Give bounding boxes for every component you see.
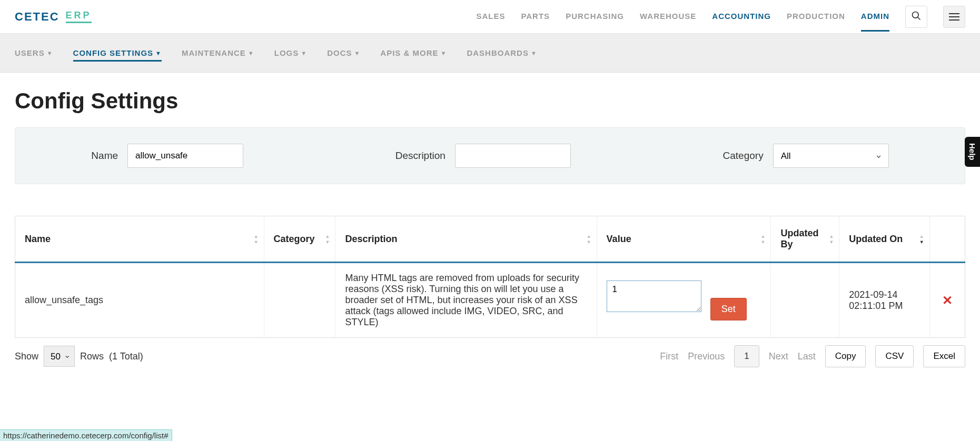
hamburger-icon (949, 13, 959, 21)
cell-category (264, 263, 335, 338)
total-text: (1 Total) (109, 351, 143, 362)
th-actions (929, 216, 965, 263)
chevron-down-icon: ▼ (531, 50, 537, 56)
subnav-label: DOCS (327, 48, 352, 57)
cell-description: Many HTML tags are removed from uploads … (335, 263, 597, 338)
th-updated-on[interactable]: Updated On ▲▼ (839, 216, 929, 263)
rows-label: Rows (80, 351, 104, 362)
sort-icon: ▲▼ (919, 234, 924, 245)
page-title: Config Settings (15, 88, 965, 114)
filter-group-category: Category All (723, 144, 889, 168)
th-description[interactable]: Description ▲▼ (335, 216, 597, 263)
th-name[interactable]: Name ▲▼ (15, 216, 264, 263)
subnav-maintenance[interactable]: MAINTENANCE▼ (182, 44, 254, 62)
pager-last[interactable]: Last (798, 351, 816, 362)
subnav-label: CONFIG SETTINGS (73, 48, 154, 57)
chevron-down-icon: ▼ (155, 50, 162, 56)
subnav-docs[interactable]: DOCS▼ (327, 44, 360, 62)
subnav-label: APIS & MORE (380, 48, 438, 57)
pager-first[interactable]: First (660, 351, 678, 362)
th-category[interactable]: Category ▲▼ (264, 216, 335, 263)
subnav-logs[interactable]: LOGS▼ (274, 44, 307, 62)
pager-next[interactable]: Next (769, 351, 788, 362)
pager-current-page[interactable]: 1 (734, 345, 759, 367)
cell-value: Set (597, 263, 771, 338)
chevron-down-icon: ▼ (441, 50, 447, 56)
table-row: allow_unsafe_tags Many HTML tags are rem… (15, 263, 965, 338)
chevron-down-icon: ▼ (248, 50, 254, 56)
pager-row: Show 50 Rows (1 Total) First Previous 1 … (15, 345, 965, 367)
topbar: CETEC ERP SALES PARTS PURCHASING WAREHOU… (0, 0, 980, 34)
subnav-label: USERS (15, 48, 45, 57)
chevron-down-icon: ▼ (301, 50, 307, 56)
show-label: Show (15, 351, 38, 362)
chevron-down-icon: ▼ (354, 50, 360, 56)
sort-icon: ▲▼ (760, 234, 765, 245)
cell-updated-by (771, 263, 839, 338)
cell-name: allow_unsafe_tags (15, 263, 264, 338)
topnav-links: SALES PARTS PURCHASING WAREHOUSE ACCOUNT… (476, 2, 889, 32)
filter-panel: Name Description Category All (15, 127, 965, 184)
th-value[interactable]: Value ▲▼ (597, 216, 771, 263)
topnav-warehouse[interactable]: WAREHOUSE (640, 2, 696, 32)
filter-description-label: Description (395, 150, 446, 162)
pager-left: Show 50 Rows (1 Total) (15, 346, 143, 367)
subnav-label: LOGS (274, 48, 299, 57)
set-button[interactable]: Set (710, 298, 747, 320)
help-tab[interactable]: Help (965, 137, 980, 167)
svg-line-1 (918, 17, 920, 19)
subnav: USERS▼ CONFIG SETTINGS▼ MAINTENANCE▼ LOG… (0, 34, 980, 73)
sort-icon: ▲▼ (587, 234, 591, 245)
pager-previous[interactable]: Previous (688, 351, 725, 362)
csv-button[interactable]: CSV (875, 345, 914, 367)
chevron-down-icon: ▼ (47, 50, 53, 56)
filter-category-select[interactable]: All (773, 144, 889, 168)
topnav-purchasing[interactable]: PURCHASING (566, 2, 624, 32)
excel-button[interactable]: Excel (923, 345, 965, 367)
config-table: Name ▲▼ Category ▲▼ Description ▲▼ Value… (15, 216, 965, 338)
topnav-sales[interactable]: SALES (476, 2, 505, 32)
logo[interactable]: CETEC ERP (15, 10, 92, 24)
topnav-production[interactable]: PRODUCTION (787, 2, 845, 32)
pager-right: First Previous 1 Next Last Copy CSV Exce… (660, 345, 965, 367)
topnav-admin[interactable]: ADMIN (861, 2, 889, 32)
svg-point-0 (913, 12, 919, 18)
delete-icon[interactable]: ✕ (942, 293, 953, 307)
topnav-right: SALES PARTS PURCHASING WAREHOUSE ACCOUNT… (476, 2, 965, 32)
search-icon (911, 11, 922, 23)
sort-icon: ▲▼ (829, 234, 834, 245)
filter-group-description: Description (395, 144, 571, 168)
filter-description-input[interactable] (455, 144, 571, 168)
logo-text-erp: ERP (66, 10, 92, 23)
filter-name-label: Name (91, 150, 118, 162)
th-updated-by[interactable]: Updated By ▲▼ (771, 216, 839, 263)
logo-text-cetec: CETEC (15, 10, 60, 24)
sort-icon: ▲▼ (325, 234, 330, 245)
topnav-parts[interactable]: PARTS (521, 2, 550, 32)
topnav-accounting[interactable]: ACCOUNTING (712, 2, 771, 32)
subnav-label: MAINTENANCE (182, 48, 246, 57)
filter-category-label: Category (723, 150, 764, 162)
subnav-dashboards[interactable]: DASHBOARDS▼ (467, 44, 537, 62)
filter-name-input[interactable] (127, 144, 243, 168)
cell-updated-on: 2021-09-14 02:11:01 PM (839, 263, 929, 338)
value-input[interactable] (607, 280, 701, 312)
subnav-config-settings[interactable]: CONFIG SETTINGS▼ (73, 44, 162, 62)
sort-icon: ▲▼ (254, 234, 259, 245)
subnav-apis[interactable]: APIS & MORE▼ (380, 44, 447, 62)
copy-button[interactable]: Copy (825, 345, 866, 367)
subnav-users[interactable]: USERS▼ (15, 44, 53, 62)
subnav-label: DASHBOARDS (467, 48, 529, 57)
rows-per-page-select[interactable]: 50 (44, 346, 75, 367)
menu-button[interactable] (943, 6, 965, 28)
search-button[interactable] (905, 6, 927, 28)
cell-actions: ✕ (929, 263, 965, 338)
filter-group-name: Name (91, 144, 243, 168)
